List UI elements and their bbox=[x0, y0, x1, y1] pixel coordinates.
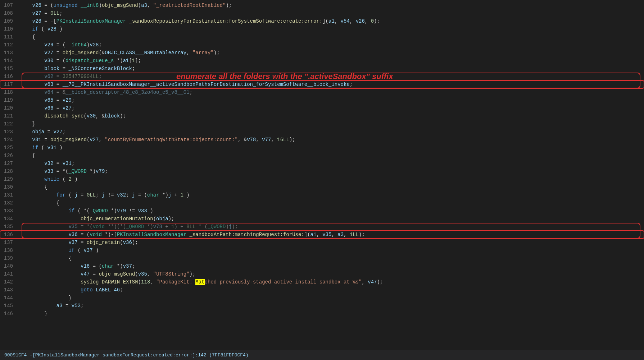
type-name: _QWORD bbox=[90, 208, 108, 214]
plain-text: = bbox=[78, 240, 87, 245]
plain-text: = bbox=[78, 192, 87, 198]
number-literal: 118 bbox=[141, 279, 150, 285]
plain-text: } bbox=[32, 121, 35, 127]
plain-text: = ( bbox=[53, 42, 65, 48]
function-name: objc_msgSend bbox=[99, 271, 135, 277]
variable: v65 bbox=[44, 97, 53, 103]
plain-text: * ( bbox=[195, 224, 208, 230]
variable: _NSConcreteStackBlock bbox=[68, 66, 132, 71]
plain-text: *) bbox=[108, 208, 117, 214]
plain-text: *) bbox=[144, 224, 153, 230]
line-content: { bbox=[19, 152, 644, 160]
code-line: 145 a3 = v53; bbox=[0, 302, 644, 310]
line-content: if ( v31 ) bbox=[19, 144, 644, 152]
line-content: v28 = -[PKInstallSandboxManager _sandbox… bbox=[19, 17, 644, 25]
line-content: v37 = objc_retain(v36); bbox=[19, 239, 644, 246]
plain-text: ( bbox=[74, 248, 83, 253]
line-number: 132 bbox=[0, 199, 19, 207]
line-content: } bbox=[19, 120, 644, 128]
variable: v77 bbox=[262, 137, 271, 143]
plain-text: ( bbox=[59, 176, 68, 182]
line-number: 124 bbox=[0, 136, 19, 144]
code-line: 114 v30 = (dispatch_queue_s *)a1[1]; bbox=[0, 57, 644, 65]
plain-text: = bbox=[53, 97, 62, 103]
plain-text: { bbox=[68, 255, 71, 261]
string-literal: "countByEnumeratingWithState:objects:cou… bbox=[105, 137, 238, 143]
plain-text: { bbox=[32, 34, 35, 40]
variable: v33 bbox=[138, 208, 147, 214]
plain-text: *) bbox=[114, 58, 123, 64]
plain-text bbox=[186, 232, 189, 237]
plain-text: = ( bbox=[135, 192, 147, 198]
plain-text: = bbox=[53, 50, 62, 56]
type-name: char bbox=[147, 192, 159, 198]
line-content: obja = v27; bbox=[19, 128, 644, 136]
plain-text: = *( bbox=[53, 169, 68, 174]
code-area[interactable]: 107 v26 = (unsigned __int8)objc_msgSend(… bbox=[0, 0, 644, 350]
line-number: 117 bbox=[0, 80, 19, 88]
line-number: 129 bbox=[0, 175, 19, 183]
plain-text: ) bbox=[56, 145, 63, 151]
line-number: 138 bbox=[0, 246, 19, 254]
plain-text: , bbox=[335, 18, 341, 24]
code-line: 119 v65 = v29; bbox=[0, 96, 644, 104]
plain-text: *) bbox=[114, 263, 123, 269]
variable: v30 bbox=[87, 113, 96, 119]
line-number: 109 bbox=[0, 17, 19, 25]
line-number: 120 bbox=[0, 104, 19, 112]
plain-text: , bbox=[256, 137, 262, 143]
line-number: 116 bbox=[0, 73, 19, 80]
line-content: v47 = objc_msgSend(v35, "UTF8String"); bbox=[19, 270, 644, 278]
variable: __79__PKInstallSandboxManager__activeSan… bbox=[63, 82, 350, 87]
status-text: 00091CF4 -[PKInstallSandboxManager sandb… bbox=[4, 352, 249, 358]
code-line: 143 goto LABEL_46; bbox=[0, 286, 644, 294]
code-line: 125 if ( v31 ) bbox=[0, 144, 644, 152]
line-content: v30 = (dispatch_queue_s *)a1[1]; bbox=[19, 57, 644, 65]
variable: a3 bbox=[141, 3, 147, 8]
line-number: 141 bbox=[0, 270, 19, 278]
keyword: goto bbox=[81, 287, 93, 293]
plain-text: ; bbox=[126, 192, 132, 198]
function-name: objc_enumerationMutation bbox=[81, 216, 153, 222]
line-content: { bbox=[19, 254, 644, 262]
plain-text: [ bbox=[129, 58, 132, 64]
plain-text: { bbox=[44, 184, 47, 190]
function-name: objc_msgSend bbox=[50, 137, 87, 143]
plain-text: + bbox=[171, 192, 180, 198]
line-content: if ( v28 ) bbox=[19, 25, 644, 33]
keyword: if bbox=[68, 208, 74, 214]
variable: j bbox=[74, 192, 77, 198]
plain-text: ; bbox=[63, 129, 65, 135]
plain-text: ); bbox=[374, 18, 380, 24]
string-literal: "UTF8String" bbox=[153, 271, 190, 277]
plain-text: , & bbox=[96, 113, 105, 119]
function-name: objc_msgSend bbox=[102, 3, 138, 8]
number-literal: 3254779904LL bbox=[63, 74, 99, 79]
plain-text: ; bbox=[190, 89, 192, 95]
line-number: 128 bbox=[0, 167, 19, 175]
line-number: 110 bbox=[0, 25, 19, 33]
variable: a1 bbox=[310, 232, 317, 237]
line-number: 122 bbox=[0, 120, 19, 128]
plain-text: = ( bbox=[53, 58, 65, 64]
plain-text: ; bbox=[96, 192, 102, 198]
plain-text: ) bbox=[87, 42, 90, 48]
type-name: __int64 bbox=[65, 42, 87, 48]
plain-text: ) bbox=[99, 3, 101, 8]
variable: v31 bbox=[32, 137, 41, 143]
string-literal: "_restrictedRootEnabled" bbox=[153, 3, 226, 8]
line-number: 111 bbox=[0, 33, 19, 41]
plain-text: = bbox=[53, 105, 62, 111]
line-content: block = _NSConcreteStackBlock; bbox=[19, 65, 644, 73]
keyword: if bbox=[68, 248, 74, 253]
plain-text: ); bbox=[232, 224, 238, 230]
variable: v32 bbox=[117, 192, 126, 198]
plain-text: { bbox=[56, 200, 59, 206]
line-number: 115 bbox=[0, 65, 19, 73]
variable: a1 bbox=[328, 18, 335, 24]
code-line: 136 v36 = (void *)-[PKInstallSandboxMana… bbox=[0, 231, 644, 239]
variable: v53 bbox=[72, 303, 81, 309]
number-literal: 0 bbox=[371, 18, 374, 24]
line-number: 136 bbox=[0, 231, 19, 239]
line-content: v27 = 0LL; bbox=[19, 9, 644, 17]
